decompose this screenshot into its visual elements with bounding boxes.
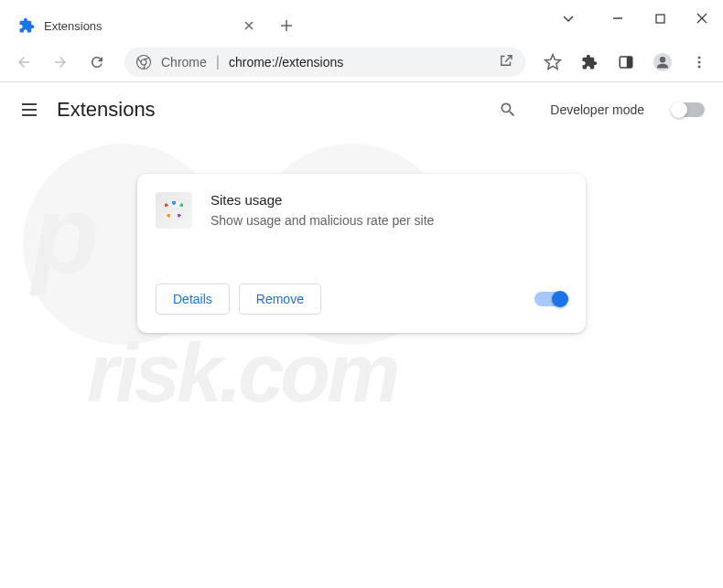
addressbar[interactable]: Chrome | chrome://extensions	[124, 48, 525, 77]
hamburger-menu-icon[interactable]	[18, 99, 40, 121]
profile-button[interactable]	[648, 48, 677, 77]
side-panel-button[interactable]	[611, 48, 641, 77]
svg-point-6	[660, 57, 665, 62]
svg-point-8	[698, 60, 701, 63]
extensions-content: Sites usage Show usage and malicious rat…	[0, 137, 723, 369]
svg-point-1	[137, 55, 151, 69]
chevron-down-icon[interactable]	[547, 0, 589, 37]
reload-button[interactable]	[82, 48, 112, 77]
extension-description: Show usage and malicious rate per site	[210, 213, 567, 228]
new-tab-button[interactable]	[273, 12, 300, 39]
browser-tab[interactable]: Extensions	[9, 9, 265, 42]
share-icon[interactable]	[498, 52, 514, 72]
search-extensions-button[interactable]	[493, 95, 523, 124]
back-button[interactable]	[9, 48, 38, 77]
extension-card: Sites usage Show usage and malicious rat…	[137, 174, 586, 333]
addr-url: chrome://extensions	[229, 55, 489, 69]
close-window-button[interactable]	[681, 0, 723, 37]
developer-mode-toggle[interactable]	[672, 102, 705, 117]
developer-mode-label: Developer mode	[550, 102, 644, 117]
extensions-header: Extensions Developer mode	[0, 82, 723, 137]
titlebar: Extensions	[0, 0, 723, 42]
menu-button[interactable]	[685, 48, 714, 77]
tab-title: Extensions	[44, 19, 232, 33]
puzzle-icon	[18, 17, 35, 34]
svg-point-9	[698, 65, 701, 68]
chrome-icon	[135, 54, 152, 70]
close-tab-icon[interactable]	[242, 18, 256, 33]
extension-enable-toggle[interactable]	[534, 292, 567, 306]
window-controls	[547, 0, 723, 37]
extensions-button[interactable]	[575, 48, 604, 77]
minimize-button[interactable]	[597, 0, 639, 37]
svg-point-2	[141, 59, 146, 65]
svg-rect-4	[627, 57, 632, 68]
forward-button[interactable]	[46, 48, 75, 77]
details-button[interactable]: Details	[156, 283, 230, 315]
addr-separator: |	[216, 54, 220, 70]
page-title: Extensions	[57, 98, 477, 122]
extension-icon	[156, 192, 192, 229]
bookmark-button[interactable]	[538, 48, 567, 77]
toolbar: Chrome | chrome://extensions	[0, 42, 723, 82]
svg-point-7	[698, 56, 701, 59]
extension-name: Sites usage	[210, 192, 567, 208]
svg-rect-0	[656, 15, 664, 23]
addr-chrome-label: Chrome	[161, 55, 207, 69]
maximize-button[interactable]	[639, 0, 681, 37]
remove-button[interactable]: Remove	[239, 283, 321, 315]
